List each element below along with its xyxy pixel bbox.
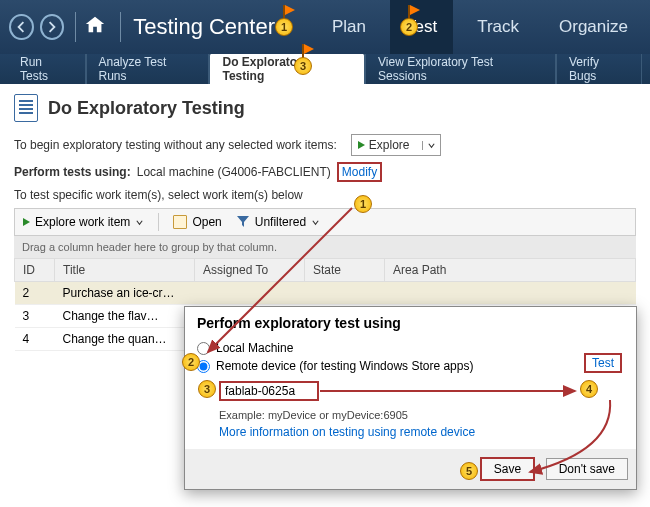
- document-icon: [14, 94, 38, 122]
- subtab-analyze[interactable]: Analyze Test Runs: [86, 54, 210, 84]
- app-title: Testing Center: [133, 14, 275, 40]
- play-icon: [23, 218, 30, 226]
- step-callout-3: 3: [198, 380, 216, 398]
- subtab-run-tests[interactable]: Run Tests: [8, 54, 86, 84]
- example-text: Example: myDevice or myDevice:6905: [219, 409, 602, 421]
- home-icon[interactable]: [84, 14, 106, 40]
- step-callout-2: 2: [182, 353, 200, 371]
- save-button[interactable]: Save: [480, 457, 535, 481]
- subtab-do-exploratory[interactable]: Do Exploratory Testing: [209, 54, 365, 84]
- explore-dropdown[interactable]: [422, 141, 440, 150]
- popup-title: Perform exploratory test using: [197, 315, 624, 331]
- divider: [120, 12, 121, 42]
- play-icon: [358, 141, 365, 149]
- table-row[interactable]: 2Purchase an ice-cr…: [15, 282, 636, 305]
- col-id[interactable]: ID: [15, 259, 55, 282]
- filter-button[interactable]: Unfiltered: [236, 214, 320, 231]
- subtab-view-sessions[interactable]: View Exploratory Test Sessions: [365, 54, 556, 84]
- specific-text: To test specific work item(s), select wo…: [14, 188, 303, 202]
- step-callout-1: 1: [354, 195, 372, 213]
- flag-callout-3: 3: [294, 57, 312, 75]
- col-assigned[interactable]: Assigned To: [195, 259, 305, 282]
- perform-test-popup: Perform exploratory test using Local Mac…: [184, 306, 637, 490]
- flag-callout-2: 2: [400, 18, 418, 36]
- explore-button[interactable]: Explore: [351, 134, 441, 156]
- opt-remote[interactable]: Remote device (for testing Windows Store…: [185, 357, 636, 375]
- back-button[interactable]: [9, 14, 34, 40]
- tab-plan[interactable]: Plan: [316, 0, 382, 54]
- perform-using-value: Local machine (G4006-FABCLIENT): [137, 165, 331, 179]
- group-hint: Drag a column header here to group by th…: [14, 236, 636, 258]
- modify-link[interactable]: Modify: [342, 165, 377, 179]
- more-info-link[interactable]: More information on testing using remote…: [219, 425, 475, 439]
- radio-local[interactable]: [197, 342, 210, 355]
- test-button[interactable]: Test: [584, 353, 622, 373]
- open-button[interactable]: Open: [173, 215, 221, 229]
- step-callout-5: 5: [460, 462, 478, 480]
- col-area[interactable]: Area Path: [385, 259, 636, 282]
- explore-work-item-button[interactable]: Explore work item: [23, 215, 144, 229]
- device-input[interactable]: [219, 381, 319, 401]
- flag-callout-1: 1: [275, 18, 293, 36]
- dont-save-button[interactable]: Don't save: [546, 458, 628, 480]
- subtab-verify-bugs[interactable]: Verify Bugs: [556, 54, 642, 84]
- filter-icon: [236, 214, 250, 231]
- open-icon: [173, 215, 187, 229]
- divider: [75, 12, 76, 42]
- col-state[interactable]: State: [305, 259, 385, 282]
- perform-using-label: Perform tests using:: [14, 165, 131, 179]
- tab-organize[interactable]: Organize: [543, 0, 644, 54]
- forward-button[interactable]: [40, 14, 65, 40]
- step-callout-4: 4: [580, 380, 598, 398]
- page-title: Do Exploratory Testing: [48, 98, 245, 119]
- opt-local[interactable]: Local Machine: [185, 339, 636, 357]
- intro-text: To begin exploratory testing without any…: [14, 138, 337, 152]
- col-title[interactable]: Title: [55, 259, 195, 282]
- tab-track[interactable]: Track: [461, 0, 535, 54]
